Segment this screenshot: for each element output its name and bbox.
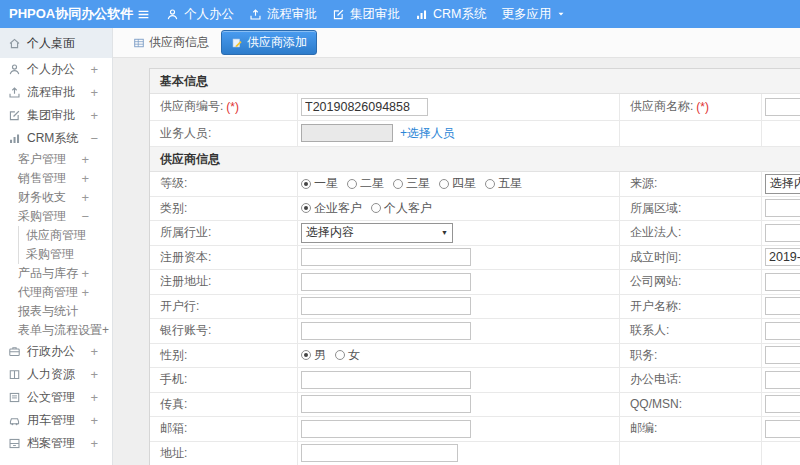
- radio-unchecked-icon: [439, 179, 449, 189]
- sidebar-item-form-workflow-settings[interactable]: 表单与流程设置+: [0, 321, 112, 340]
- expand-plus-icon[interactable]: +: [81, 153, 89, 166]
- expand-plus-icon[interactable]: +: [81, 191, 89, 204]
- contact-input[interactable]: [765, 322, 800, 340]
- sidebar-item-admin-office-label: 行政办公: [27, 343, 75, 360]
- founded-date-input[interactable]: [765, 248, 800, 266]
- legal-person-input[interactable]: [765, 224, 800, 242]
- form-row: 手机:办公电话:: [150, 368, 800, 393]
- expand-minus-icon[interactable]: −: [81, 210, 89, 223]
- expand-plus-icon[interactable]: +: [90, 345, 98, 358]
- expand-plus-icon[interactable]: +: [90, 63, 98, 76]
- field-label: 类别:: [160, 200, 187, 217]
- form-field-cell: 企业客户个人客户: [298, 197, 620, 221]
- select-staff-link[interactable]: +选择人员: [400, 125, 455, 142]
- tab-supplier-info[interactable]: 供应商信息: [133, 34, 209, 51]
- office-phone-input[interactable]: [765, 371, 800, 389]
- form-row: 类别:企业客户个人客户所属区域:: [150, 197, 800, 222]
- sidebar-item-crm[interactable]: CRM系统−: [0, 127, 112, 150]
- expand-plus-icon[interactable]: +: [90, 368, 98, 381]
- staff-input[interactable]: [301, 124, 393, 142]
- website-input[interactable]: [765, 273, 800, 291]
- region-input[interactable]: [765, 199, 800, 217]
- mobile-input[interactable]: [301, 371, 471, 389]
- sidebar-item-purchase-mgmt-sub[interactable]: 采购管理: [0, 245, 112, 264]
- expand-plus-icon[interactable]: +: [81, 286, 89, 299]
- sidebar-item-archive-mgmt-label: 档案管理: [27, 435, 75, 452]
- sidebar-item-hr[interactable]: 人力资源+: [0, 363, 112, 386]
- expand-plus-icon[interactable]: +: [90, 391, 98, 404]
- sidebar-item-customer-mgmt[interactable]: 客户管理+: [0, 150, 112, 169]
- sidebar-item-reports[interactable]: 报表与统计: [0, 302, 112, 321]
- registered-address-input[interactable]: [301, 273, 471, 291]
- position-input[interactable]: [765, 346, 800, 364]
- form-label-cell: 类别:: [150, 197, 298, 221]
- supplier-code-input[interactable]: [301, 98, 428, 116]
- tab-supplier-add[interactable]: 供应商添加: [221, 30, 317, 55]
- industry-select[interactable]: 选择内容▼: [301, 223, 453, 243]
- sidebar-item-workflow-approval[interactable]: 流程审批+: [0, 81, 112, 104]
- expand-plus-icon[interactable]: +: [81, 172, 89, 185]
- sidebar-item-workflow-approval-label: 流程审批: [27, 84, 75, 101]
- table-icon: [133, 37, 145, 49]
- level-radio-group-option[interactable]: 四星: [439, 175, 476, 192]
- expand-plus-icon[interactable]: +: [90, 86, 98, 99]
- qq-msn-input[interactable]: [765, 395, 800, 413]
- sidebar-item-archive-mgmt[interactable]: 档案管理+: [0, 432, 112, 455]
- level-radio-group-option[interactable]: 二星: [347, 175, 384, 192]
- level-radio-group-option[interactable]: 一星: [301, 175, 338, 192]
- nav-more-apps[interactable]: 更多应用: [501, 6, 566, 23]
- form-label-cell: 业务人员:: [150, 121, 298, 147]
- menu-icon[interactable]: [137, 8, 150, 21]
- address-input[interactable]: [301, 444, 458, 462]
- fax-input[interactable]: [301, 395, 471, 413]
- form-field-cell: [298, 295, 620, 319]
- field-label: 供应商编号:: [160, 98, 223, 115]
- sidebar-item-finance[interactable]: 财务收支+: [0, 188, 112, 207]
- radio-unchecked-icon: [371, 203, 381, 213]
- nav-group-approval[interactable]: 集团审批: [332, 6, 400, 23]
- sidebar-item-sales-mgmt[interactable]: 销售管理+: [0, 169, 112, 188]
- level-radio-group-option[interactable]: 五星: [485, 175, 522, 192]
- nav-personal-office[interactable]: 个人办公: [166, 6, 234, 23]
- expand-plus-icon[interactable]: +: [81, 267, 89, 280]
- sidebar-item-admin-office[interactable]: 行政办公+: [0, 340, 112, 363]
- zip-input[interactable]: [765, 420, 800, 438]
- form-label-cell: [620, 442, 762, 465]
- category-radio-group-option[interactable]: 个人客户: [371, 200, 432, 217]
- expand-plus-icon[interactable]: +: [90, 414, 98, 427]
- bank-branch-input[interactable]: [301, 297, 471, 315]
- supplier-name-input[interactable]: [765, 98, 800, 116]
- sidebar-item-agent-mgmt[interactable]: 代理商管理+: [0, 283, 112, 302]
- sidebar-item-group-approval[interactable]: 集团审批+: [0, 104, 112, 127]
- sidebar-item-personal-office[interactable]: 个人办公+: [0, 58, 112, 81]
- car-icon: [8, 414, 21, 427]
- gender-radio-group-option[interactable]: 男: [301, 347, 326, 364]
- registered-capital-input[interactable]: [301, 248, 471, 266]
- sidebar-item-supplier-mgmt[interactable]: 供应商管理: [0, 226, 112, 245]
- expand-plus-icon[interactable]: +: [90, 437, 98, 450]
- sidebar-item-purchase-mgmt-label: 采购管理: [18, 208, 66, 225]
- radio-label: 男: [314, 347, 326, 364]
- expand-minus-icon[interactable]: −: [90, 132, 98, 145]
- form-label-cell: 联系人:: [620, 319, 762, 343]
- sidebar-item-personal-desktop[interactable]: 个人桌面: [0, 28, 112, 58]
- top-nav-menu: 个人办公流程审批集团审批CRM系统更多应用: [166, 6, 566, 23]
- account-name-input[interactable]: [765, 297, 800, 315]
- source-select[interactable]: 选择内容▼: [765, 174, 800, 194]
- category-radio-group-option[interactable]: 企业客户: [301, 200, 362, 217]
- radio-label: 个人客户: [384, 200, 432, 217]
- level-radio-group: 一星二星三星四星五星: [301, 175, 522, 192]
- radio-label: 企业客户: [314, 200, 362, 217]
- level-radio-group-option[interactable]: 三星: [393, 175, 430, 192]
- bank-account-input[interactable]: [301, 322, 471, 340]
- nav-workflow-approval[interactable]: 流程审批: [249, 6, 317, 23]
- email-input[interactable]: [301, 420, 471, 438]
- expand-plus-icon[interactable]: +: [90, 109, 98, 122]
- sidebar-item-vehicle-mgmt[interactable]: 用车管理+: [0, 409, 112, 432]
- gender-radio-group-option[interactable]: 女: [335, 347, 360, 364]
- sidebar-item-product-inventory[interactable]: 产品与库存+: [0, 264, 112, 283]
- sidebar-item-document-mgmt[interactable]: 公文管理+: [0, 386, 112, 409]
- sidebar-item-purchase-mgmt[interactable]: 采购管理−: [0, 207, 112, 226]
- field-label: 邮编:: [630, 420, 657, 437]
- nav-crm[interactable]: CRM系统: [415, 6, 486, 23]
